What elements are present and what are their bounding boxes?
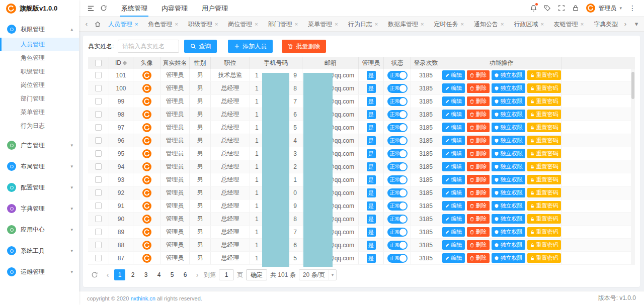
status-toggle[interactable]: 正常 <box>387 188 408 197</box>
edit-button[interactable]: 编辑 <box>442 162 465 171</box>
independent-permission-button[interactable]: 独立权限 <box>492 162 525 171</box>
delete-button[interactable]: 删除 <box>467 83 490 93</box>
close-tab-icon[interactable]: × <box>581 17 584 32</box>
page-tab[interactable]: 数据库管理× <box>383 17 429 32</box>
page-tab[interactable]: 行为日志× <box>343 17 383 32</box>
edit-button[interactable]: 编辑 <box>442 110 465 119</box>
row-checkbox[interactable] <box>95 229 102 235</box>
reset-password-button[interactable]: 重置密码 <box>527 240 561 250</box>
next-page-icon[interactable]: › <box>194 271 201 279</box>
edit-button[interactable]: 编辑 <box>442 96 465 106</box>
edit-button[interactable]: 编辑 <box>442 83 465 93</box>
fullscreen-icon[interactable] <box>555 2 568 15</box>
page-tab[interactable]: 行政区域× <box>509 17 548 32</box>
status-toggle[interactable]: 正常 <box>387 149 408 158</box>
row-checkbox[interactable] <box>95 137 102 144</box>
search-button[interactable]: 查询 <box>184 40 217 53</box>
select-all-checkbox[interactable] <box>95 60 102 66</box>
status-toggle[interactable]: 正常 <box>387 110 408 119</box>
page-number-button[interactable]: 6 <box>180 269 191 280</box>
edit-button[interactable]: 编辑 <box>442 227 465 237</box>
reset-password-button[interactable]: 重置密码 <box>527 123 561 132</box>
close-tab-icon[interactable]: × <box>215 17 218 32</box>
delete-button[interactable]: 删除 <box>467 240 490 250</box>
independent-permission-button[interactable]: 独立权限 <box>492 188 525 197</box>
sidebar-group-item[interactable]: 广告管理 ▾ <box>0 137 79 154</box>
sidebar-group-item[interactable]: 运维管理 ▾ <box>0 263 79 280</box>
notification-bell-icon[interactable] <box>527 2 540 15</box>
row-checkbox[interactable] <box>95 176 102 183</box>
page-tab[interactable]: 角色管理× <box>143 17 183 32</box>
independent-permission-button[interactable]: 独立权限 <box>492 175 525 184</box>
row-checkbox[interactable] <box>95 163 102 170</box>
home-tab-icon[interactable] <box>92 21 103 28</box>
nav-item[interactable]: 内容管理 <box>154 0 195 17</box>
row-checkbox[interactable] <box>95 85 102 91</box>
page-tab[interactable]: 人员管理× <box>103 17 143 32</box>
status-toggle[interactable]: 正常 <box>387 162 408 171</box>
refresh-page-icon[interactable] <box>97 2 110 15</box>
reset-password-button[interactable]: 重置密码 <box>527 201 561 211</box>
edit-button[interactable]: 编辑 <box>442 253 465 263</box>
confirm-jump-button[interactable]: 确定 <box>246 269 267 280</box>
sidebar-group-item[interactable]: 字典管理 ▾ <box>0 200 79 217</box>
independent-permission-button[interactable]: 独立权限 <box>492 96 525 106</box>
sidebar-group-item[interactable]: 布局管理 ▾ <box>0 158 79 175</box>
reset-password-button[interactable]: 重置密码 <box>527 214 561 224</box>
scroll-tabs-left-icon[interactable]: ‹ <box>81 20 92 28</box>
delete-button[interactable]: 删除 <box>467 214 490 224</box>
jump-page-input[interactable] <box>219 269 234 280</box>
independent-permission-button[interactable]: 独立权限 <box>492 240 525 250</box>
copyright-link[interactable]: nxthink.cn <box>130 295 155 301</box>
status-toggle[interactable]: 正常 <box>387 71 408 80</box>
delete-button[interactable]: 删除 <box>467 162 490 171</box>
status-toggle[interactable]: 正常 <box>387 97 408 106</box>
delete-button[interactable]: 删除 <box>467 188 490 197</box>
independent-permission-button[interactable]: 独立权限 <box>492 201 525 211</box>
close-tab-icon[interactable]: × <box>135 17 138 32</box>
page-tab[interactable]: 字典类型× <box>589 17 620 32</box>
reset-password-button[interactable]: 重置密码 <box>527 83 561 93</box>
row-checkbox[interactable] <box>95 124 102 131</box>
page-number-button[interactable]: 5 <box>167 269 178 280</box>
close-tab-icon[interactable]: × <box>501 17 504 32</box>
page-tab[interactable]: 部门管理× <box>263 17 303 32</box>
delete-button[interactable]: 删除 <box>467 136 490 145</box>
close-tab-icon[interactable]: × <box>255 17 258 32</box>
collapse-sidebar-icon[interactable] <box>84 2 97 15</box>
row-checkbox[interactable] <box>95 111 102 118</box>
sidebar-subitem[interactable]: 人员管理 <box>0 38 79 51</box>
independent-permission-button[interactable]: 独立权限 <box>492 70 525 80</box>
status-toggle[interactable]: 正常 <box>387 228 408 237</box>
independent-permission-button[interactable]: 独立权限 <box>492 136 525 145</box>
reset-password-button[interactable]: 重置密码 <box>527 175 561 184</box>
nav-item[interactable]: 系统管理 <box>114 0 154 17</box>
close-tab-icon[interactable]: × <box>421 17 424 32</box>
row-checkbox[interactable] <box>95 98 102 105</box>
reset-password-button[interactable]: 重置密码 <box>527 188 561 197</box>
independent-permission-button[interactable]: 独立权限 <box>492 123 525 132</box>
independent-permission-button[interactable]: 独立权限 <box>492 83 525 93</box>
independent-permission-button[interactable]: 独立权限 <box>492 227 525 237</box>
prev-page-icon[interactable]: ‹ <box>104 271 111 279</box>
edit-button[interactable]: 编辑 <box>442 136 465 145</box>
page-number-button[interactable]: 4 <box>153 269 165 280</box>
sidebar-subitem[interactable]: 行为日志 <box>0 119 79 133</box>
close-tab-icon[interactable]: × <box>540 17 543 32</box>
delete-button[interactable]: 删除 <box>467 123 490 132</box>
status-toggle[interactable]: 正常 <box>387 84 408 93</box>
delete-button[interactable]: 删除 <box>467 201 490 211</box>
tag-icon[interactable] <box>541 2 554 15</box>
page-tab[interactable]: 定时任务× <box>429 17 469 32</box>
sidebar-group-item[interactable]: 权限管理 ▴ <box>0 21 79 38</box>
close-tab-icon[interactable]: × <box>335 17 338 32</box>
independent-permission-button[interactable]: 独立权限 <box>492 253 525 263</box>
nav-item[interactable]: 用户管理 <box>195 0 235 17</box>
sidebar-group-item[interactable]: 配置管理 ▾ <box>0 179 79 196</box>
close-tab-icon[interactable]: × <box>461 17 464 32</box>
reset-password-button[interactable]: 重置密码 <box>527 96 561 106</box>
refresh-table-icon[interactable] <box>88 268 101 281</box>
sidebar-subitem[interactable]: 部门管理 <box>0 92 79 106</box>
row-checkbox[interactable] <box>95 150 102 157</box>
page-tab[interactable]: 职级管理× <box>183 17 223 32</box>
